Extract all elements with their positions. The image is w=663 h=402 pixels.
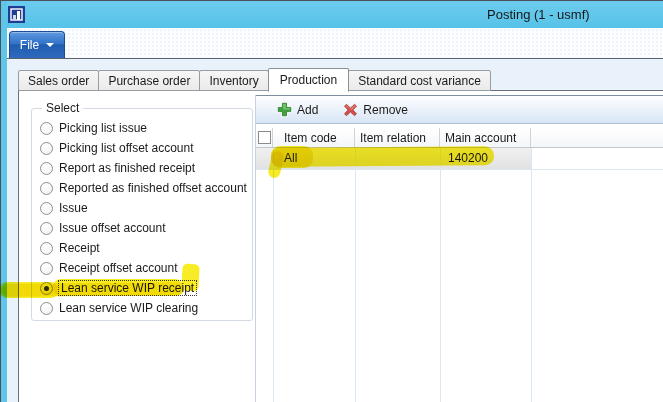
grid-column-line <box>531 148 532 402</box>
radio-label: Picking list issue <box>59 121 147 135</box>
window-title: Posting (1 - usmf) <box>487 7 590 22</box>
cell-item-relation[interactable] <box>355 148 360 169</box>
file-menu-button[interactable]: File <box>9 31 65 58</box>
remove-button-label: Remove <box>363 103 408 117</box>
add-button[interactable]: Add <box>277 102 318 117</box>
tab-standard-cost-variance[interactable]: Standard cost variance <box>348 70 491 91</box>
tab-label: Standard cost variance <box>358 74 481 88</box>
radio-label: Issue offset account <box>59 221 166 235</box>
tab-strip: Sales order Purchase order Inventory Pro… <box>18 68 490 91</box>
tab-label: Inventory <box>209 74 258 88</box>
tab-sales-order[interactable]: Sales order <box>18 70 99 91</box>
chevron-down-icon <box>46 43 54 47</box>
add-plus-icon <box>277 102 292 117</box>
column-header-item-code[interactable]: Item code <box>273 128 355 147</box>
titlebar: Posting (1 - usmf) <box>1 1 663 28</box>
grid-column-line <box>273 148 274 402</box>
posting-window: Posting (1 - usmf) File Sales order Purc… <box>0 0 663 402</box>
radio-circle-icon <box>40 202 53 215</box>
radio-label: Reported as finished offset account <box>59 181 247 195</box>
posting-type-radio-group: Picking list issue Picking list offset a… <box>38 118 248 318</box>
remove-x-icon <box>343 103 358 117</box>
radio-label: Report as finished receipt <box>59 161 195 175</box>
grid-toolbar: Add Remove <box>256 95 663 124</box>
column-header-filler <box>531 128 663 147</box>
tab-label: Sales order <box>28 74 89 88</box>
tab-label: Purchase order <box>108 74 190 88</box>
tab-label: Production <box>280 73 337 87</box>
radio-circle-icon <box>40 282 53 295</box>
grid-column-line <box>355 148 356 402</box>
grid-column-line <box>440 148 441 402</box>
window-left-border <box>0 0 1 402</box>
radio-circle-icon <box>40 182 53 195</box>
select-group-label: Select <box>42 101 83 115</box>
radio-circle-icon <box>40 222 53 235</box>
radio-issue-offset-account[interactable]: Issue offset account <box>38 218 248 238</box>
radio-label: Lean service WIP receipt <box>59 281 196 295</box>
radio-picking-list-issue[interactable]: Picking list issue <box>38 118 248 138</box>
radio-label: Issue <box>59 201 88 215</box>
account-setup-grid: Add Remove Item code Item relation Main … <box>255 95 663 402</box>
select-all-checkbox[interactable] <box>258 131 271 144</box>
radio-circle-icon <box>40 262 53 275</box>
add-button-label: Add <box>297 103 318 117</box>
radio-circle-icon <box>40 302 53 315</box>
cell-main-account[interactable]: 140200 <box>440 148 488 169</box>
file-menu-label: File <box>20 38 39 52</box>
radio-label: Picking list offset account <box>59 141 194 155</box>
tab-purchase-order[interactable]: Purchase order <box>98 70 200 91</box>
menu-strip: File <box>7 28 663 58</box>
radio-lean-service-wip-receipt[interactable]: Lean service WIP receipt <box>38 278 248 298</box>
radio-label: Lean service WIP clearing <box>59 301 198 315</box>
radio-issue[interactable]: Issue <box>38 198 248 218</box>
column-header-item-relation[interactable]: Item relation <box>355 128 440 147</box>
column-header-main-account[interactable]: Main account <box>440 128 531 147</box>
radio-circle-icon <box>40 122 53 135</box>
window-top-border <box>0 0 663 1</box>
radio-picking-list-offset-account[interactable]: Picking list offset account <box>38 138 248 158</box>
select-group-box: Select Picking list issue Picking list o… <box>31 108 253 321</box>
tab-inventory[interactable]: Inventory <box>199 70 268 91</box>
tab-production[interactable]: Production <box>268 68 349 92</box>
menu-strip-divider <box>1 58 663 59</box>
window-left-frame <box>1 1 7 402</box>
grid-body: All 140200 <box>256 148 663 402</box>
select-all-cell <box>256 128 273 147</box>
radio-circle-icon <box>40 242 53 255</box>
radio-circle-icon <box>40 162 53 175</box>
radio-circle-icon <box>40 142 53 155</box>
radio-receipt-offset-account[interactable]: Receipt offset account <box>38 258 248 278</box>
cell-item-code[interactable]: All <box>273 148 297 169</box>
radio-report-as-finished-receipt[interactable]: Report as finished receipt <box>38 158 248 178</box>
radio-lean-service-wip-clearing[interactable]: Lean service WIP clearing <box>38 298 248 318</box>
radio-receipt[interactable]: Receipt <box>38 238 248 258</box>
radio-label: Receipt offset account <box>59 261 178 275</box>
radio-label: Receipt <box>59 241 100 255</box>
table-row[interactable]: All 140200 <box>256 148 663 170</box>
dynamics-ax-app-icon <box>8 6 25 23</box>
radio-reported-as-finished-offset-account[interactable]: Reported as finished offset account <box>38 178 248 198</box>
remove-button[interactable]: Remove <box>343 103 408 117</box>
grid-header-row: Item code Item relation Main account <box>256 128 663 148</box>
